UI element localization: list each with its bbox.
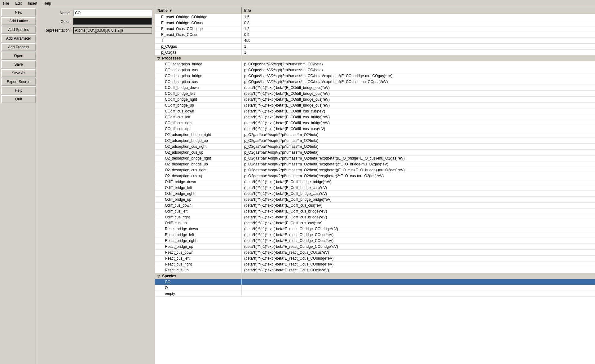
- species-header-row[interactable]: ▽ Species: [155, 273, 595, 279]
- table-row[interactable]: Odiff_bridge_right (beta*h)**(-1)*exp(-b…: [155, 191, 595, 197]
- main-layout: New Add Lattice Add Species Add Paramete…: [0, 7, 595, 364]
- table-row[interactable]: O2_adsorption_bridge_right p_O2gas*bar*A…: [155, 132, 595, 138]
- cell-name: React_bridge_right: [155, 238, 242, 243]
- repr-display: Atoms('CO',[[0,0,0],[0,0,1.2]]): [73, 27, 152, 34]
- table-row[interactable]: p_O2gas 1: [155, 50, 595, 55]
- table-row[interactable]: E_react_Obridge_CObridge 1.5: [155, 14, 595, 20]
- table-row[interactable]: empty: [155, 291, 595, 297]
- table-row[interactable]: O2_desorption_cus_right p_O2gas*bar*A/sq…: [155, 167, 595, 173]
- table-row[interactable]: React_bridge_up (beta*h)**(-1)*exp(-beta…: [155, 244, 595, 250]
- cell-name: Odiff_bridge_up: [155, 197, 242, 202]
- menu-edit[interactable]: Edit: [13, 1, 24, 6]
- menu-help[interactable]: Help: [42, 1, 53, 6]
- cell-info: p_O2gas*bar*A/sqrt(2*pi*umass*m_O2/beta)…: [242, 167, 595, 173]
- cell-info: [242, 279, 595, 285]
- table-row[interactable]: Odiff_cus_left (beta*h)**(-1)*exp(-beta*…: [155, 208, 595, 214]
- species-label: Species: [162, 274, 176, 278]
- species-header-cell: ▽ Species: [155, 273, 242, 279]
- col-info-header: Info: [242, 7, 595, 14]
- table-row[interactable]: COdiff_bridge_up (beta*h)**(-1)*exp(-bet…: [155, 103, 595, 108]
- table-row[interactable]: React_bridge_left (beta*h)**(-1)*exp(-be…: [155, 232, 595, 238]
- table-row[interactable]: Odiff_bridge_down (beta*h)**(-1)*exp(-be…: [155, 179, 595, 185]
- cell-info: (beta*h)**(-1)*exp(-beta*(E_COdiff_bridg…: [242, 103, 595, 108]
- color-label: Color:: [40, 20, 71, 24]
- processes-header-row[interactable]: ▽ Processes: [155, 55, 595, 61]
- repr-row: Representation: Atoms('CO',[[0,0,0],[0,0…: [40, 27, 152, 34]
- table-row[interactable]: React_cus_right (beta*h)**(-1)*exp(-beta…: [155, 261, 595, 267]
- table-row[interactable]: COdiff_bridge_left (beta*h)**(-1)*exp(-b…: [155, 91, 595, 97]
- cell-name: CO_adsorption_cus: [155, 67, 242, 73]
- cell-name: COdiff_bridge_right: [155, 97, 242, 102]
- table-row[interactable]: O2_desorption_cus_up p_O2gas*bar*A/sqrt(…: [155, 173, 595, 179]
- table-row[interactable]: CO_desorption_bridge p_COgas*bar*A/2/sqr…: [155, 73, 595, 79]
- quit-button[interactable]: Quit: [1, 95, 36, 103]
- table-row[interactable]: CO_desorption_cus p_COgas*bar*A/2/sqrt(2…: [155, 79, 595, 85]
- table-row[interactable]: COdiff_cus_up (beta*h)**(-1)*exp(-beta*(…: [155, 126, 595, 132]
- table-row[interactable]: COdiff_bridge_right (beta*h)**(-1)*exp(-…: [155, 97, 595, 103]
- add-species-button[interactable]: Add Species: [1, 26, 36, 34]
- table-row[interactable]: CO_adsorption_bridge p_COgas*bar*A/2/sqr…: [155, 61, 595, 67]
- col-name-header[interactable]: Name ▼: [155, 7, 242, 14]
- open-button[interactable]: Open: [1, 52, 36, 60]
- table-row[interactable]: Odiff_cus_up (beta*h)**(-1)*exp(-beta*(E…: [155, 220, 595, 226]
- cell-name: COdiff_cus_right: [155, 120, 242, 126]
- cell-name: COdiff_bridge_left: [155, 91, 242, 96]
- cell-info: p_COgas*bar*A/2/sqrt(2*pi*umass*m_CO/bet…: [242, 73, 595, 79]
- add-lattice-button[interactable]: Add Lattice: [1, 17, 36, 25]
- table-row[interactable]: COdiff_bridge_down (beta*h)**(-1)*exp(-b…: [155, 85, 595, 91]
- table-row[interactable]: O: [155, 285, 595, 291]
- add-process-button[interactable]: Add Process: [1, 43, 36, 51]
- cell-info: 1: [242, 50, 595, 55]
- cell-name: Odiff_bridge_down: [155, 179, 242, 185]
- table-row[interactable]: React_cus_left (beta*h)**(-1)*exp(-beta*…: [155, 256, 595, 261]
- cell-info: (beta*h)**(-1)*exp(-beta*(E_Odiff_bridge…: [242, 191, 595, 196]
- table-row[interactable]: CO_adsorption_cus p_COgas*bar*A/2/sqrt(2…: [155, 67, 595, 73]
- table-row[interactable]: CO: [155, 279, 595, 285]
- table-row[interactable]: React_bridge_down (beta*h)**(-1)*exp(-be…: [155, 226, 595, 232]
- table-row[interactable]: Odiff_bridge_left (beta*h)**(-1)*exp(-be…: [155, 185, 595, 191]
- table-row[interactable]: React_bridge_right (beta*h)**(-1)*exp(-b…: [155, 238, 595, 244]
- cell-info: p_O2gas*bar*A/sqrt(2*pi*umass*m_O2/beta)…: [242, 161, 595, 167]
- cell-info: (beta*h)**(-1)*exp(-beta*(E_Odiff_cus_cu…: [242, 203, 595, 208]
- table-row[interactable]: Odiff_cus_right (beta*h)**(-1)*exp(-beta…: [155, 214, 595, 220]
- cell-info: p_COgas*bar*A/2/sqrt(2*pi*umass*m_CO/bet…: [242, 61, 595, 67]
- cell-info: (beta*h)**(-1)*exp(-beta*E_react_Ocus_CO…: [242, 256, 595, 261]
- cell-name: COdiff_cus_up: [155, 126, 242, 132]
- color-preview[interactable]: [73, 18, 152, 25]
- table-row[interactable]: O2_adsorption_cus_right p_O2gas*bar*A/sq…: [155, 144, 595, 150]
- table-row[interactable]: O2_adsorption_bridge_up p_O2gas*bar*A/sq…: [155, 138, 595, 144]
- table-row[interactable]: O2_desorption_bridge_up p_O2gas*bar*A/sq…: [155, 161, 595, 167]
- cell-name: O2_desorption_bridge_up: [155, 161, 242, 167]
- cell-info: (beta*h)**(-1)*exp(-beta*E_react_Ocus_CO…: [242, 261, 595, 267]
- table-row[interactable]: React_cus_up (beta*h)**(-1)*exp(-beta*E_…: [155, 267, 595, 273]
- cell-info: p_O2gas*bar*A/sqrt(2*pi*umass*m_O2/beta)…: [242, 156, 595, 161]
- table-body[interactable]: E_react_Obridge_CObridge 1.5 E_react_Obr…: [155, 14, 595, 364]
- menu-file[interactable]: File: [1, 1, 11, 6]
- processes-header-cell: ▽ Processes: [155, 55, 242, 61]
- table-row[interactable]: O2_adsorption_cus_up p_O2gas*bar*A/sqrt(…: [155, 150, 595, 156]
- cell-name: p_O2gas: [155, 50, 242, 55]
- cell-name: E_react_Ocus_CObridge: [155, 26, 242, 32]
- table-row[interactable]: React_cus_down (beta*h)**(-1)*exp(-beta*…: [155, 250, 595, 256]
- export-source-button[interactable]: Export Source: [1, 78, 36, 86]
- add-parameter-button[interactable]: Add Parameter: [1, 34, 36, 42]
- table-row[interactable]: O2_desorption_bridge_right p_O2gas*bar*A…: [155, 156, 595, 161]
- save-as-button[interactable]: Save As: [1, 69, 36, 77]
- cell-info: [242, 285, 595, 291]
- save-button[interactable]: Save: [1, 60, 36, 68]
- cell-info: (beta*h)**(-1)*exp(-beta*E_react_Ocus_CO…: [242, 250, 595, 255]
- table-row[interactable]: T 450: [155, 38, 595, 44]
- table-row[interactable]: p_COgas 1: [155, 44, 595, 50]
- table-row[interactable]: E_react_Ocus_CObridge 1.2: [155, 26, 595, 32]
- table-row[interactable]: E_react_Ocus_COcus 0.9: [155, 32, 595, 38]
- new-button[interactable]: New: [1, 8, 36, 16]
- table-row[interactable]: COdiff_cus_left (beta*h)**(-1)*exp(-beta…: [155, 114, 595, 120]
- table-row[interactable]: E_react_Obridge_COcus 0.8: [155, 20, 595, 26]
- table-row[interactable]: Odiff_bridge_up (beta*h)**(-1)*exp(-beta…: [155, 197, 595, 203]
- table-row[interactable]: Odiff_cus_down (beta*h)**(-1)*exp(-beta*…: [155, 203, 595, 208]
- table-row[interactable]: COdiff_cus_right (beta*h)**(-1)*exp(-bet…: [155, 120, 595, 126]
- help-button[interactable]: Help: [1, 86, 36, 94]
- table-row[interactable]: COdiff_cus_down (beta*h)**(-1)*exp(-beta…: [155, 108, 595, 114]
- menu-insert[interactable]: Insert: [26, 1, 39, 6]
- name-input[interactable]: [73, 10, 152, 16]
